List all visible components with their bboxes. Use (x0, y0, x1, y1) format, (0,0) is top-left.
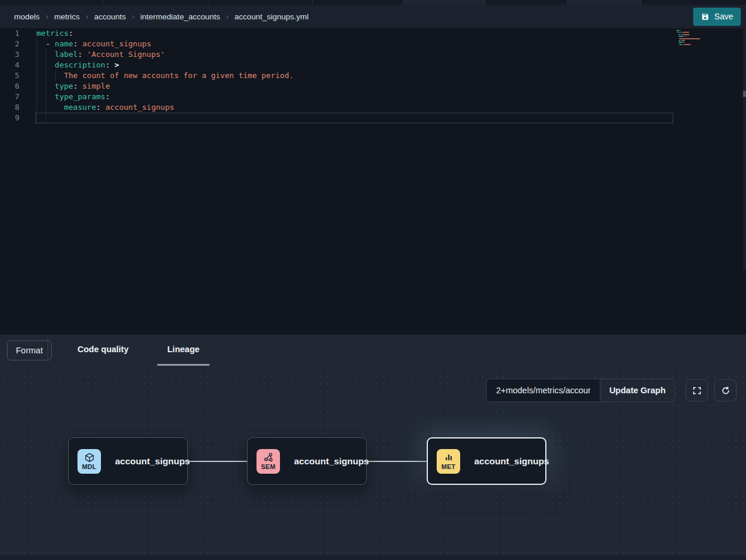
code-line: 1metrics: (0, 28, 746, 39)
lineage-node-met[interactable]: METaccount_signups (427, 437, 546, 485)
indent-guide (36, 39, 37, 123)
editor-tabstrip (0, 0, 746, 5)
cube-icon (85, 453, 94, 463)
indent-guide (55, 70, 56, 81)
breadcrumb-item[interactable]: metrics (54, 12, 80, 21)
code-text: The count of new accounts for a given ti… (19, 70, 293, 81)
breadcrumb-separator-icon: › (226, 12, 229, 21)
code-text: type_params: (19, 92, 110, 102)
update-graph-button[interactable]: Update Graph (600, 379, 674, 402)
tab-code-quality[interactable]: Code quality (67, 335, 139, 366)
format-button[interactable]: Format (7, 340, 52, 360)
lineage-edge (188, 461, 247, 462)
breadcrumb-separator-icon: › (86, 12, 89, 21)
save-icon (701, 12, 710, 21)
line-number: 6 (0, 81, 19, 92)
node-label: account_signups (115, 456, 190, 467)
minimap-line (676, 42, 723, 43)
editor-tab[interactable] (313, 0, 404, 5)
tab-lineage[interactable]: Lineage (157, 335, 210, 366)
node-type-badge: SEM (256, 449, 280, 474)
editor-scrollbar-thumb[interactable] (743, 91, 746, 97)
editor-tab[interactable] (208, 0, 313, 5)
editor-tab[interactable] (568, 0, 642, 5)
code-text: measure: account_signups (19, 102, 174, 113)
code-line: 4 description: > (0, 60, 746, 70)
breadcrumb-item[interactable]: accounts (94, 12, 126, 21)
minimap-line (676, 32, 723, 33)
bar-chart-icon (444, 453, 454, 463)
minimap-line (676, 44, 723, 45)
editor-tab[interactable] (485, 0, 568, 5)
share-network-icon (264, 453, 274, 463)
line-number: 4 (0, 60, 19, 70)
code-line: 6 type: simple (0, 81, 746, 92)
line-number: 5 (0, 70, 19, 81)
code-line: 2 - name: account_signups (0, 39, 746, 49)
editor-tab[interactable] (0, 0, 103, 5)
minimap-line (676, 34, 723, 35)
refresh-button[interactable] (714, 379, 737, 402)
code-text: label: 'Account Signups' (19, 49, 165, 60)
lineage-edge (367, 461, 427, 462)
panel-bottom-strip (0, 555, 746, 560)
code-text: type: simple (19, 81, 110, 92)
code-editor[interactable]: 1metrics:2 - name: account_signups3 labe… (0, 28, 746, 335)
minimap[interactable] (676, 28, 723, 48)
editor-scrollbar[interactable] (743, 28, 746, 270)
editor-tab[interactable] (404, 0, 485, 5)
panel-tabs: Code qualityLineage (67, 335, 210, 366)
code-line: 8 measure: account_signups (0, 102, 746, 113)
active-line-highlight (35, 113, 673, 123)
line-number: 2 (0, 39, 19, 49)
node-type-label: MET (441, 463, 455, 470)
code-text (19, 113, 36, 123)
node-type-badge: MDL (77, 449, 101, 474)
code-text: description: > (19, 60, 119, 70)
fullscreen-button[interactable] (686, 379, 708, 402)
lineage-node-sem[interactable]: SEMaccount_signups (247, 437, 367, 485)
lineage-node-mdl[interactable]: MDLaccount_signups (68, 437, 188, 485)
tab-divider (48, 338, 48, 362)
breadcrumb-separator-icon: › (131, 12, 134, 21)
breadcrumb-separator-icon: › (46, 12, 49, 21)
breadcrumb-item[interactable]: account_signups.yml (235, 12, 309, 21)
save-button[interactable]: Save (693, 8, 741, 26)
line-number: 3 (0, 49, 19, 60)
code-lines: 1metrics:2 - name: account_signups3 labe… (0, 28, 746, 123)
code-line: 5 The count of new accounts for a given … (0, 70, 746, 81)
code-text: metrics: (19, 28, 73, 39)
breadcrumb-item[interactable]: models (14, 12, 40, 21)
minimap-line (676, 38, 723, 39)
line-number: 7 (0, 92, 19, 102)
breadcrumb: models›metrics›accounts›intermediate_acc… (14, 12, 693, 21)
code-text: - name: account_signups (19, 39, 151, 49)
node-label: account_signups (294, 456, 369, 467)
minimap-line (676, 36, 723, 37)
selector-input[interactable] (487, 379, 600, 402)
fullscreen-icon (692, 386, 702, 396)
editor-tab[interactable] (642, 0, 746, 5)
node-type-badge: MET (437, 449, 460, 474)
minimap-line (676, 40, 723, 41)
node-type-label: SEM (261, 463, 276, 470)
file-header-bar: models›metrics›accounts›intermediate_acc… (0, 5, 746, 28)
save-label: Save (714, 12, 733, 21)
minimap-line (676, 30, 723, 31)
code-line: 7 type_params: (0, 92, 746, 102)
node-type-label: MDL (82, 463, 97, 470)
minimap-line (676, 46, 723, 47)
code-line: 3 label: 'Account Signups' (0, 49, 746, 60)
line-number: 1 (0, 28, 19, 39)
editor-tab[interactable] (103, 0, 208, 5)
selector-group: Update Graph (486, 379, 675, 402)
line-number: 8 (0, 102, 19, 113)
bottom-panel: Format Code qualityLineage Update Graph (0, 335, 746, 560)
refresh-icon (721, 386, 731, 396)
line-number: 9 (0, 113, 19, 123)
node-label: account_signups (474, 456, 549, 467)
breadcrumb-item[interactable]: intermediate_accounts (140, 12, 220, 21)
lineage-controls: Update Graph (486, 379, 737, 402)
